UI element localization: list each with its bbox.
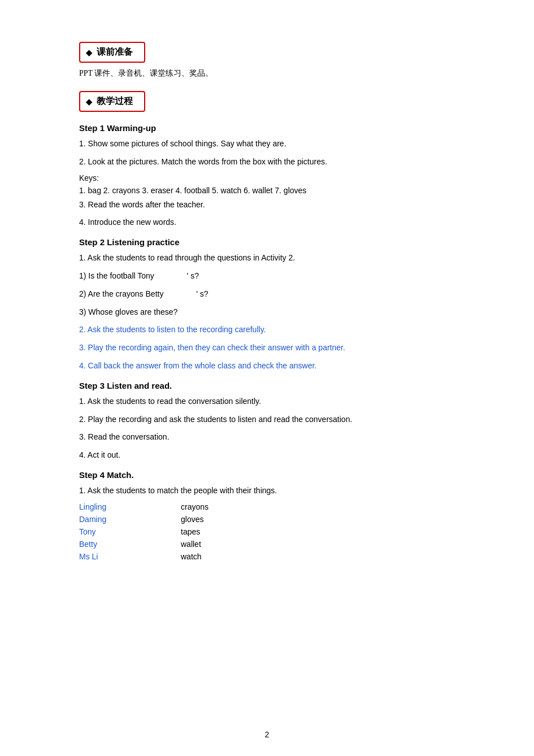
step3-line2: 2. Play the recording and ask the studen… — [79, 413, 455, 427]
match-item-msli: watch — [181, 552, 202, 561]
step3-line1: 1. Ask the students to read the conversa… — [79, 395, 455, 409]
step2-title: Step 2 Listening practice — [79, 237, 455, 247]
step1-keys-label: Keys: — [79, 173, 455, 183]
step4-line1: 1. Ask the students to match the people … — [79, 484, 455, 498]
match-table: Lingling crayons Daming gloves Tony tape… — [79, 502, 455, 561]
step2-q1: 1) Is the football Tony ' s? — [79, 270, 455, 283]
step1-line2: 2. Look at the pictures. Match the words… — [79, 155, 455, 169]
step1-title: Step 1 Warming-up — [79, 123, 455, 133]
match-row-msli: Ms Li watch — [79, 552, 455, 561]
match-item-tony: tapes — [181, 527, 200, 536]
step2-line4: 4. Call back the answer from the whole c… — [79, 359, 455, 373]
match-row-tony: Tony tapes — [79, 527, 455, 536]
diamond-icon-teaching: ◆ — [86, 97, 92, 106]
step4-title: Step 4 Match. — [79, 470, 455, 480]
section-box-prep: ◆ 课前准备 — [79, 42, 145, 63]
step2-q2-text: 2) Are the crayons Betty — [79, 289, 163, 298]
step3-line4: 4. Act it out. — [79, 449, 455, 462]
step2-line2: 2. Ask the students to listen to the rec… — [79, 323, 455, 337]
section-box-prep-title: ◆ 课前准备 — [86, 46, 133, 58]
step3-line3: 3. Read the conversation. — [79, 431, 455, 444]
step2-q3: 3) Whose gloves are these? — [79, 306, 455, 319]
step1-line3: 3. Read the words after the teacher. — [79, 198, 455, 212]
step2-line1: 1. Ask the students to read through the … — [79, 251, 455, 265]
match-name-betty: Betty — [79, 540, 181, 549]
match-row-betty: Betty wallet — [79, 540, 455, 549]
prep-note: PPT 课件、录音机、课堂练习、奖品。 — [79, 68, 455, 79]
match-item-lingling: crayons — [181, 502, 209, 511]
step2-q2: 2) Are the crayons Betty ' s? — [79, 288, 455, 301]
step1-line4: 4. Introduce the new words. — [79, 216, 455, 229]
section-box-teaching-title: ◆ 教学过程 — [86, 95, 133, 107]
step1-line1: 1. Show some pictures of school things. … — [79, 137, 455, 151]
match-item-betty: wallet — [181, 540, 201, 549]
match-item-daming: gloves — [181, 515, 203, 524]
step2-q1-text: 1) Is the football Tony — [79, 271, 154, 280]
match-name-tony: Tony — [79, 527, 181, 536]
page-number: 2 — [265, 730, 270, 739]
step1-keys: 1. bag 2. crayons 3. eraser 4. football … — [79, 186, 455, 195]
step2-q1-suffix: ' s? — [187, 271, 199, 280]
step2-q2-suffix: ' s? — [196, 289, 208, 298]
step3-title: Step 3 Listen and read. — [79, 381, 455, 390]
match-name-lingling: Lingling — [79, 502, 181, 511]
page: ◆ 课前准备 PPT 课件、录音机、课堂练习、奖品。 ◆ 教学过程 Step 1… — [0, 0, 534, 756]
step2-line3: 3. Play the recording again, then they c… — [79, 341, 455, 355]
diamond-icon-prep: ◆ — [86, 48, 92, 57]
section-prep-label: 课前准备 — [97, 46, 133, 58]
match-row-daming: Daming gloves — [79, 515, 455, 524]
match-name-daming: Daming — [79, 515, 181, 524]
match-row-lingling: Lingling crayons — [79, 502, 455, 511]
section-teaching-label: 教学过程 — [97, 95, 133, 107]
section-box-teaching: ◆ 教学过程 — [79, 91, 145, 112]
match-name-msli: Ms Li — [79, 552, 181, 561]
